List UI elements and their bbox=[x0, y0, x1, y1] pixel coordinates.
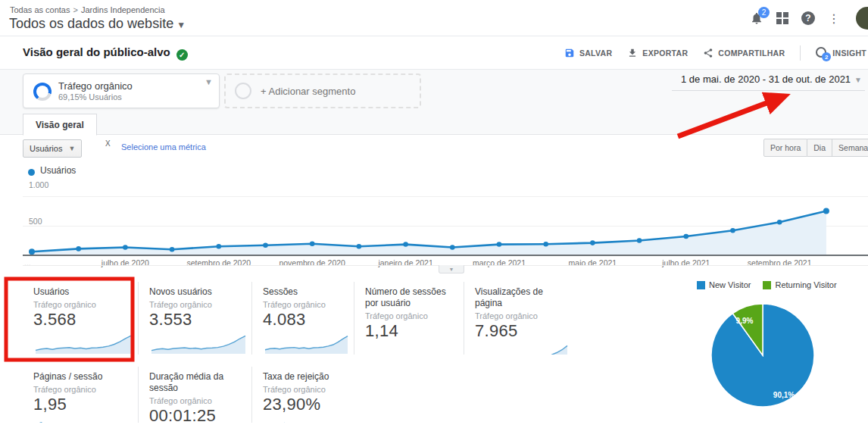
x-axis-tick: ... bbox=[24, 258, 31, 267]
save-button[interactable]: SALVAR bbox=[564, 48, 612, 58]
metric-card: Páginas / sessãoTráfego orgânico1,95 bbox=[23, 367, 136, 423]
series-legend-dot bbox=[28, 169, 35, 176]
series-legend-label: Usuários bbox=[40, 165, 76, 176]
granularity-week[interactable]: Semana bbox=[832, 139, 868, 157]
chart-collapse-handle[interactable]: ▼ bbox=[439, 265, 464, 273]
notifications-bell-icon[interactable]: 2 bbox=[744, 5, 770, 31]
metric-card: UsuáriosTráfego orgânico3.568 bbox=[23, 282, 136, 355]
metric-remove-x[interactable]: X bbox=[105, 139, 111, 148]
metric-card: Taxa de rejeiçãoTráfego orgânico23,90% bbox=[251, 367, 352, 423]
metric-card: Duração média da sessãoTráfego orgânico0… bbox=[138, 367, 250, 423]
metric-card-value: 3.553 bbox=[149, 310, 242, 330]
metric-card-title: Taxa de rejeição bbox=[263, 371, 345, 383]
verified-check-icon: ✓ bbox=[176, 49, 188, 61]
metric-sparkline bbox=[475, 341, 570, 355]
kebab-menu-icon[interactable]: ⋮ bbox=[821, 5, 847, 31]
segment-card-organic-traffic[interactable]: Tráfego orgânico 69,15% Usuários ▼ bbox=[23, 73, 220, 108]
metric-card-segment: Tráfego orgânico bbox=[263, 385, 345, 394]
x-axis-tick: março de 2021 bbox=[473, 258, 526, 267]
chevron-down-icon: ▼ bbox=[68, 145, 75, 152]
share-button[interactable]: COMPARTILHAR bbox=[703, 48, 785, 58]
x-axis-tick: maio de 2021 bbox=[569, 258, 617, 267]
metric-sparkline bbox=[263, 414, 350, 423]
metric-card: Visualizações de páginaTráfego orgânico7… bbox=[464, 282, 572, 355]
metric-card-segment: Tráfego orgânico bbox=[475, 311, 564, 320]
breadcrumb-separator: > bbox=[73, 5, 78, 14]
share-button-label: COMPARTILHAR bbox=[718, 48, 785, 58]
granularity-buttons: Por hora Dia Semana Mês bbox=[763, 139, 868, 157]
breadcrumb: Todas as contas>Jardins Independencia bbox=[10, 5, 165, 14]
x-axis-tick: julho de 2020 bbox=[101, 258, 149, 267]
insight-count-badge: 2 bbox=[822, 52, 831, 61]
x-axis-tick: novembro de 2020 bbox=[279, 258, 345, 267]
breadcrumb-all-accounts[interactable]: Todas as contas bbox=[10, 5, 70, 14]
x-axis-tick: setembro de 2020 bbox=[186, 258, 251, 267]
metric-card-segment: Tráfego orgânico bbox=[263, 300, 345, 309]
chevron-down-icon[interactable]: ▼ bbox=[205, 77, 213, 86]
metric-card-value: 1,95 bbox=[33, 395, 129, 414]
x-axis-tick: janeiro de 2021 bbox=[378, 258, 432, 267]
metric-card-title: Usuários bbox=[33, 286, 129, 298]
metric-card-segment: Tráfego orgânico bbox=[365, 311, 454, 320]
x-axis-tick: julho de 2021 bbox=[662, 258, 710, 267]
users-line-chart bbox=[23, 179, 868, 256]
granularity-hour[interactable]: Por hora bbox=[763, 139, 807, 157]
chevron-down-icon: ▼ bbox=[854, 76, 862, 84]
notifications-count-badge: 2 bbox=[758, 7, 770, 18]
visitor-type-pie-chart: 90,1% 9,9% bbox=[710, 302, 816, 408]
metric-card-title: Visualizações de página bbox=[475, 286, 564, 309]
metric-card-value: 00:01:25 bbox=[149, 406, 242, 425]
metric-sparkline bbox=[149, 332, 248, 355]
pie-legend: New Visitor Returning Visitor bbox=[697, 280, 837, 289]
page-title: Visão geral do público-alvo✓ bbox=[23, 45, 188, 61]
date-range-label: 1 de mai. de 2020 - 31 de out. de 2021 bbox=[681, 73, 851, 85]
breadcrumb-property[interactable]: Jardins Independencia bbox=[81, 5, 165, 14]
tab-overview[interactable]: Visão geral bbox=[23, 114, 97, 136]
metric-card: Novos usuáriosTráfego orgânico3.553 bbox=[138, 282, 250, 355]
pie-slice-label-blue: 90,1% bbox=[773, 391, 795, 399]
view-selector-label: Todos os dados do website bbox=[9, 16, 173, 31]
view-selector[interactable]: Todos os dados do website▼ bbox=[9, 16, 186, 32]
metric-card-title: Número de sessões por usuário bbox=[365, 286, 454, 309]
legend-item-new-visitor: New Visitor bbox=[697, 280, 751, 289]
legend-label: Returning Visitor bbox=[775, 280, 836, 289]
segment-name: Tráfego orgânico bbox=[58, 80, 133, 92]
legend-swatch-blue bbox=[697, 281, 705, 289]
apps-grid-icon[interactable] bbox=[770, 5, 795, 31]
metric-card-title: Novos usuários bbox=[149, 286, 242, 298]
legend-label: New Visitor bbox=[709, 280, 751, 289]
metric-card-title: Duração média da sessão bbox=[149, 371, 242, 394]
granularity-day[interactable]: Dia bbox=[807, 139, 832, 157]
metric-card-value: 3.568 bbox=[33, 310, 129, 330]
export-button[interactable]: EXPORTAR bbox=[627, 48, 688, 58]
insight-button[interactable]: 2 INSIGHT bbox=[816, 47, 866, 59]
metric-sparkline bbox=[33, 414, 133, 423]
metric-card-value: 1,14 bbox=[365, 321, 454, 341]
metric-dropdown[interactable]: Usuários ▼ bbox=[23, 139, 82, 158]
add-segment-button[interactable]: + Adicionar segmento bbox=[224, 73, 421, 108]
add-segment-label: + Adicionar segmento bbox=[261, 86, 355, 97]
top-bar: Todas as contas>Jardins Independencia To… bbox=[0, 0, 868, 36]
metric-sparkline bbox=[365, 341, 460, 355]
select-metric-link[interactable]: Selecione uma métrica bbox=[121, 142, 206, 152]
segment-detail: 69,15% Usuários bbox=[58, 92, 122, 102]
legend-swatch-green bbox=[763, 281, 771, 289]
metric-card-value: 23,90% bbox=[263, 395, 345, 414]
metric-card-segment: Tráfego orgânico bbox=[149, 396, 242, 405]
export-button-label: EXPORTAR bbox=[642, 48, 688, 58]
metric-card-value: 4.083 bbox=[263, 310, 345, 330]
metric-card-title: Páginas / sessão bbox=[33, 371, 129, 383]
x-axis-line bbox=[23, 255, 868, 256]
segment-circle-icon bbox=[235, 83, 251, 99]
metric-card-segment: Tráfego orgânico bbox=[33, 300, 129, 309]
x-axis-tick: setembro de 2021 bbox=[748, 258, 812, 267]
pie-slice-label-green: 9,9% bbox=[736, 317, 754, 325]
metric-card-segment: Tráfego orgânico bbox=[33, 385, 129, 394]
insights-icon: 2 bbox=[816, 47, 828, 59]
help-icon[interactable]: ? bbox=[795, 5, 821, 31]
metric-sparkline bbox=[263, 332, 350, 355]
metric-card-title: Sessões bbox=[263, 286, 345, 298]
metric-card-segment: Tráfego orgânico bbox=[149, 300, 242, 309]
date-range-selector[interactable]: 1 de mai. de 2020 - 31 de out. de 2021▼ bbox=[672, 73, 865, 91]
save-button-label: SALVAR bbox=[579, 48, 612, 58]
